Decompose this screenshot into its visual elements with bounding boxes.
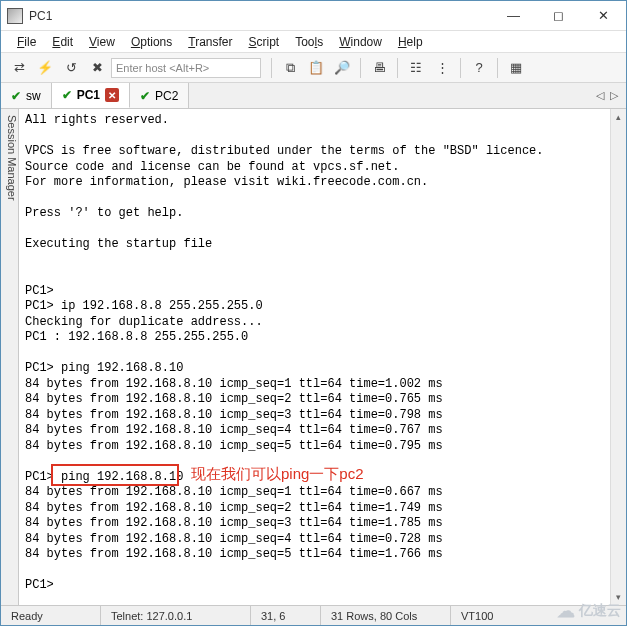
scroll-up-icon[interactable]: ▴ (611, 109, 626, 125)
print-icon[interactable]: 🖶 (367, 56, 391, 80)
menu-edit[interactable]: Edit (46, 33, 79, 51)
menu-window[interactable]: Window (333, 33, 388, 51)
help-icon[interactable]: ? (467, 56, 491, 80)
app-window: PC1 — ◻ ✕ File Edit View Options Transfe… (0, 0, 627, 626)
toolbar-separator (460, 58, 461, 78)
reconnect-icon[interactable]: ↺ (59, 56, 83, 80)
tab-label: sw (26, 89, 41, 103)
terminal-wrap: All rights reserved. VPCS is free softwa… (19, 109, 626, 605)
status-size: 31 Rows, 80 Cols (321, 606, 451, 625)
tab-label: PC1 (77, 88, 100, 102)
terminal[interactable]: All rights reserved. VPCS is free softwa… (19, 109, 610, 605)
tab-label: PC2 (155, 89, 178, 103)
tab-scroll-controls: ◁ ▷ (588, 83, 626, 108)
tab-sw[interactable]: ✔ sw (1, 83, 52, 108)
window-controls: — ◻ ✕ (491, 1, 626, 30)
menu-file[interactable]: File (11, 33, 42, 51)
check-icon: ✔ (11, 89, 21, 103)
tabbar: ✔ sw ✔ PC1 ✕ ✔ PC2 ◁ ▷ (1, 83, 626, 109)
titlebar: PC1 — ◻ ✕ (1, 1, 626, 31)
paste-icon[interactable]: 📋 (304, 56, 328, 80)
watermark: ☁ 亿速云 (557, 600, 621, 622)
maximize-button[interactable]: ◻ (536, 1, 581, 30)
toolbar-separator (497, 58, 498, 78)
options-icon[interactable]: ⋮ (430, 56, 454, 80)
tab-scroll-right-icon[interactable]: ▷ (610, 89, 618, 102)
menu-script[interactable]: Script (243, 33, 286, 51)
toolbar-separator (271, 58, 272, 78)
check-icon: ✔ (140, 89, 150, 103)
host-input[interactable]: Enter host <Alt+R> (111, 58, 261, 78)
toolbar-separator (360, 58, 361, 78)
toolbar-separator (397, 58, 398, 78)
menu-help[interactable]: Help (392, 33, 429, 51)
menu-transfer[interactable]: Transfer (182, 33, 238, 51)
toolbar: ⇄ ⚡ ↺ ✖ Enter host <Alt+R> ⧉ 📋 🔎 🖶 ☷ ⋮ ?… (1, 53, 626, 83)
copy-icon[interactable]: ⧉ (278, 56, 302, 80)
status-cursor: 31, 6 (251, 606, 321, 625)
menubar: File Edit View Options Transfer Script T… (1, 31, 626, 53)
extra-icon[interactable]: ▦ (504, 56, 528, 80)
session-manager-tab[interactable]: Session Manager (1, 109, 19, 605)
menu-tools[interactable]: Tools (289, 33, 329, 51)
disconnect-icon[interactable]: ✖ (85, 56, 109, 80)
window-title: PC1 (29, 9, 491, 23)
quick-connect-icon[interactable]: ⚡ (33, 56, 57, 80)
check-icon: ✔ (62, 88, 72, 102)
scrollbar[interactable]: ▴ ▾ (610, 109, 626, 605)
close-tab-icon[interactable]: ✕ (105, 88, 119, 102)
statusbar: Ready Telnet: 127.0.0.1 31, 6 31 Rows, 8… (1, 605, 626, 625)
tab-pc2[interactable]: ✔ PC2 (130, 83, 189, 108)
menu-options[interactable]: Options (125, 33, 178, 51)
body-area: Session Manager All rights reserved. VPC… (1, 109, 626, 605)
close-button[interactable]: ✕ (581, 1, 626, 30)
status-connection: Telnet: 127.0.0.1 (101, 606, 251, 625)
connect-icon[interactable]: ⇄ (7, 56, 31, 80)
tab-pc1[interactable]: ✔ PC1 ✕ (52, 83, 130, 108)
find-icon[interactable]: 🔎 (330, 56, 354, 80)
cloud-icon: ☁ (557, 600, 575, 622)
status-emulation: VT100 (451, 606, 503, 625)
status-ready: Ready (1, 606, 101, 625)
properties-icon[interactable]: ☷ (404, 56, 428, 80)
tab-scroll-left-icon[interactable]: ◁ (596, 89, 604, 102)
app-icon (7, 8, 23, 24)
minimize-button[interactable]: — (491, 1, 536, 30)
menu-view[interactable]: View (83, 33, 121, 51)
